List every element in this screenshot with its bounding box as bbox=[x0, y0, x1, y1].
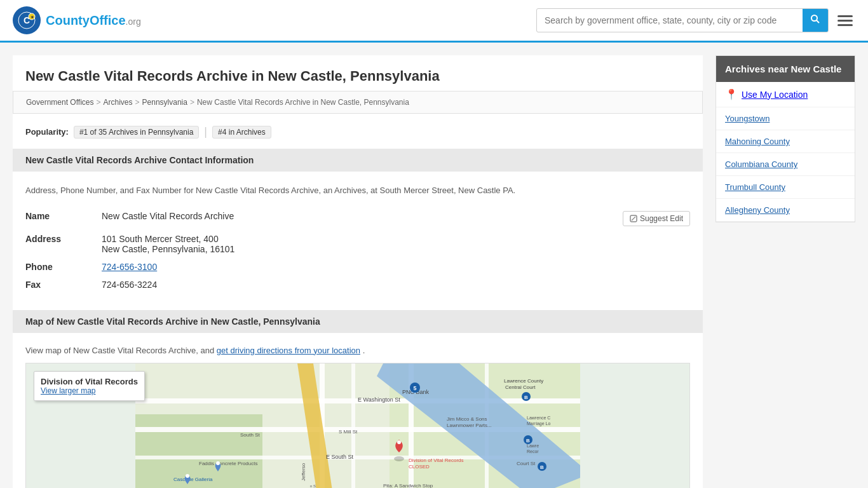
site-header: C ★ CountyOffice.org bbox=[0, 0, 868, 43]
svg-text:South St: South St bbox=[240, 432, 260, 438]
svg-text:Lawre: Lawre bbox=[527, 444, 539, 448]
map-description: View map of New Castle Vital Records Arc… bbox=[13, 341, 703, 363]
svg-line-5 bbox=[817, 20, 819, 23]
map-desc-end: . bbox=[363, 346, 365, 355]
name-value: New Castle Vital Records Archive bbox=[102, 211, 234, 221]
svg-text:Court St: Court St bbox=[517, 461, 536, 466]
address-row: Address 101 South Mercer Street, 400 New… bbox=[25, 230, 690, 258]
svg-text:Marriage Lo: Marriage Lo bbox=[527, 421, 550, 426]
svg-text:Lawrence County: Lawrence County bbox=[504, 378, 543, 384]
svg-text:B: B bbox=[540, 464, 544, 470]
sidebar: Archives near New Castle 📍 Use My Locati… bbox=[715, 55, 855, 488]
address-line1: 101 South Mercer Street, 400 bbox=[102, 234, 690, 244]
svg-text:Recor: Recor bbox=[527, 449, 539, 454]
svg-rect-15 bbox=[351, 363, 355, 489]
svg-text:Jefferso: Jefferso bbox=[301, 463, 306, 481]
map-tooltip: Division of Vital Records View larger ma… bbox=[34, 371, 145, 401]
sidebar-box: Archives near New Castle 📍 Use My Locati… bbox=[715, 55, 855, 222]
search-input[interactable] bbox=[537, 10, 803, 30]
svg-text:E South St: E South St bbox=[326, 454, 354, 460]
name-value-cell: New Castle Vital Records Archive Suggest… bbox=[102, 207, 690, 230]
svg-text:n S: n S bbox=[310, 484, 316, 488]
svg-text:B: B bbox=[526, 438, 530, 444]
use-my-location-link[interactable]: Use My Location bbox=[742, 90, 808, 100]
map-section-header: Map of New Castle Vital Records Archive … bbox=[13, 310, 703, 333]
map-container[interactable]: PNC Bank Lawrence County Central Court J… bbox=[25, 363, 690, 489]
map-tooltip-title: Division of Vital Records bbox=[41, 377, 138, 386]
breadcrumb-sep-3: > bbox=[190, 98, 194, 107]
svg-text:Pita: A Sandwich Stop: Pita: A Sandwich Stop bbox=[383, 483, 433, 489]
menu-button[interactable] bbox=[835, 13, 855, 29]
search-bar bbox=[536, 8, 829, 32]
name-label: Name bbox=[25, 207, 102, 230]
svg-text:Lawnmower Parts...: Lawnmower Parts... bbox=[447, 423, 492, 428]
content-area: New Castle Vital Records Archive in New … bbox=[13, 55, 703, 488]
address-line2: New Castle, Pennsylvania, 16101 bbox=[102, 244, 690, 254]
address-label: Address bbox=[25, 230, 102, 258]
svg-text:Lawrence C: Lawrence C bbox=[527, 416, 550, 420]
svg-point-42 bbox=[216, 461, 220, 465]
breadcrumb-sep-1: > bbox=[97, 98, 101, 107]
use-location-item: 📍 Use My Location bbox=[716, 82, 855, 107]
sidebar-item-allegheny: Allegheny County bbox=[716, 199, 855, 222]
header-right bbox=[536, 8, 855, 32]
svg-point-4 bbox=[811, 15, 817, 21]
logo-text: CountyOffice.org bbox=[46, 13, 141, 28]
allegheny-county-link[interactable]: Allegheny County bbox=[725, 205, 790, 215]
svg-text:5: 5 bbox=[413, 385, 416, 391]
popularity-label: Popularity: bbox=[25, 127, 69, 137]
popularity-section: Popularity: #1 of 35 Archives in Pennsyl… bbox=[13, 120, 703, 149]
map-desc-start: View map of New Castle Vital Records Arc… bbox=[25, 346, 217, 355]
svg-point-32 bbox=[394, 456, 404, 461]
trumbull-county-link[interactable]: Trumbull County bbox=[725, 182, 785, 192]
sidebar-title: Archives near New Castle bbox=[716, 56, 855, 82]
phone-row: Phone 724-656-3100 bbox=[25, 258, 690, 276]
logo-domain: .org bbox=[126, 17, 141, 27]
map-section: View map of New Castle Vital Records Arc… bbox=[13, 341, 703, 489]
svg-text:S Mill St: S Mill St bbox=[339, 429, 358, 435]
directions-link[interactable]: get driving directions from your locatio… bbox=[217, 346, 360, 355]
fax-value: 724-656-3224 bbox=[102, 276, 690, 294]
breadcrumb: Government Offices > Archives > Pennsylv… bbox=[13, 91, 703, 114]
fax-row: Fax 724-656-3224 bbox=[25, 276, 690, 294]
logo-icon: C ★ bbox=[13, 6, 41, 34]
sidebar-item-columbiana: Columbiana County bbox=[716, 153, 855, 176]
main-container: New Castle Vital Records Archive in New … bbox=[0, 43, 868, 488]
breadcrumb-item-current: New Castle Vital Records Archive in New … bbox=[197, 98, 409, 107]
popularity-rank-all: #4 in Archives bbox=[212, 126, 271, 139]
youngstown-link[interactable]: Youngstown bbox=[725, 114, 770, 123]
phone-value-cell: 724-656-3100 bbox=[102, 258, 690, 276]
svg-text:Cascade Galleria: Cascade Galleria bbox=[173, 477, 213, 482]
svg-text:B: B bbox=[524, 395, 528, 400]
svg-point-43 bbox=[186, 474, 189, 478]
name-row: Name New Castle Vital Records Archive Su… bbox=[25, 207, 690, 230]
breadcrumb-sep-2: > bbox=[135, 98, 140, 107]
contact-table: Name New Castle Vital Records Archive Su… bbox=[25, 207, 690, 294]
breadcrumb-item-archives[interactable]: Archives bbox=[104, 98, 133, 107]
popularity-rank-pa: #1 of 35 Archives in Pennsylvania bbox=[74, 126, 199, 139]
suggest-edit-label: Suggest Edit bbox=[640, 214, 683, 223]
page-title: New Castle Vital Records Archive in New … bbox=[13, 55, 703, 91]
sidebar-item-mahoning: Mahoning County bbox=[716, 130, 855, 153]
address-value-cell: 101 South Mercer Street, 400 New Castle,… bbox=[102, 230, 690, 258]
breadcrumb-item-pennsylvania[interactable]: Pennsylvania bbox=[142, 98, 187, 107]
breadcrumb-item-gov-offices[interactable]: Government Offices bbox=[26, 98, 94, 107]
suggest-edit-button[interactable]: Suggest Edit bbox=[623, 211, 690, 226]
columbiana-county-link[interactable]: Columbiana County bbox=[725, 159, 797, 169]
phone-link[interactable]: 724-656-3100 bbox=[102, 262, 157, 272]
location-pin-icon: 📍 bbox=[725, 88, 738, 100]
search-button[interactable] bbox=[803, 9, 828, 32]
svg-text:Jim Micco & Sons: Jim Micco & Sons bbox=[447, 416, 487, 422]
sidebar-item-trumbull: Trumbull County bbox=[716, 176, 855, 199]
phone-label: Phone bbox=[25, 258, 102, 276]
view-larger-map-link[interactable]: View larger map bbox=[41, 386, 95, 395]
svg-line-7 bbox=[632, 217, 635, 220]
logo-county: County bbox=[46, 13, 90, 27]
mahoning-county-link[interactable]: Mahoning County bbox=[725, 137, 790, 146]
contact-description: Address, Phone Number, and Fax Number fo… bbox=[25, 184, 690, 197]
fax-label: Fax bbox=[25, 276, 102, 294]
svg-point-33 bbox=[397, 440, 401, 444]
contact-section-header: New Castle Vital Records Archive Contact… bbox=[13, 149, 703, 172]
logo-area: C ★ CountyOffice.org bbox=[13, 6, 141, 34]
sidebar-item-youngstown: Youngstown bbox=[716, 107, 855, 130]
